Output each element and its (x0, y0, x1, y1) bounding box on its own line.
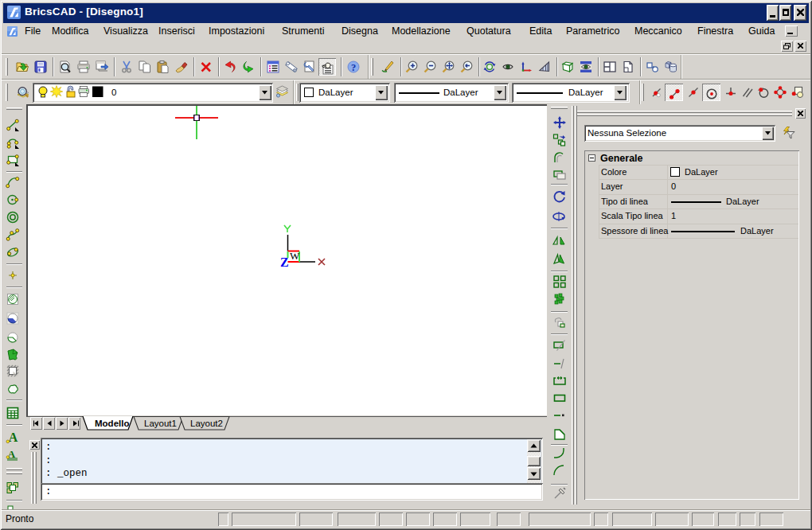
svg-text:?: ? (351, 62, 356, 73)
svg-text:Layout1: Layout1 (144, 419, 177, 428)
svg-text:W: W (290, 250, 300, 262)
svg-text:Z: Z (280, 255, 289, 269)
svg-text:A: A (9, 431, 18, 444)
svg-text:Modello: Modello (95, 419, 129, 428)
svg-text:Layout2: Layout2 (190, 419, 223, 428)
